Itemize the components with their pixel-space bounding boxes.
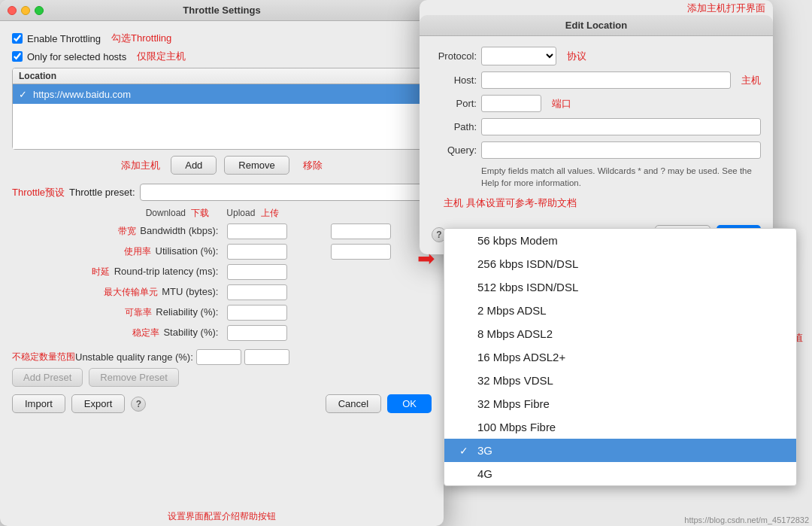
- dropdown-item-label-2: 512 kbps ISDN/DSL: [477, 281, 578, 293]
- host-input[interactable]: [481, 71, 731, 89]
- port-annotation: 端口: [552, 97, 571, 111]
- edit-help-annotation: 主机 具体设置可参考-帮助文档: [444, 197, 577, 208]
- protocol-select[interactable]: http https: [481, 47, 556, 65]
- dropdown-item-label-10: 4G: [477, 467, 492, 480]
- bandwidth-download-input[interactable]: 4096: [227, 223, 287, 239]
- unstable-row: 不稳定数量范围 Unstable quality range (%): 100 …: [12, 349, 432, 365]
- dropdown-item-label-5: 16 Mbps ADSL2+: [477, 351, 565, 363]
- add-remove-buttons-row: 添加主机 Add Remove 移除: [12, 156, 432, 175]
- throttle-preset-input[interactable]: 3G: [140, 184, 432, 201]
- upload-col-header: Upload 上传: [215, 207, 290, 220]
- port-input[interactable]: [481, 95, 541, 112]
- mtu-download-input[interactable]: 576: [227, 284, 287, 300]
- protocol-row: Protocol: http https 协议: [432, 47, 761, 65]
- cancel-button[interactable]: Cancel: [326, 394, 381, 413]
- stability-download-cell: 100: [224, 323, 328, 343]
- latency-download-input[interactable]: 120: [227, 264, 287, 280]
- remove-button[interactable]: Remove: [224, 156, 289, 175]
- dropdown-item-2[interactable]: 512 kbps ISDN/DSL: [444, 275, 796, 299]
- utilisation-download-input[interactable]: 100: [227, 244, 287, 260]
- import-button[interactable]: Import: [12, 394, 65, 413]
- host-label: Host:: [432, 74, 477, 86]
- download-col-header: Download 下载: [140, 207, 215, 220]
- location-section: Location ✓ https://www.baidu.com: [12, 68, 432, 150]
- dropdown-item-1[interactable]: 256 kbps ISDN/DSL: [444, 252, 796, 275]
- location-url: https://www.baidu.com: [33, 89, 131, 100]
- dropdown-item-7[interactable]: 32 Mbps Fibre: [444, 392, 796, 415]
- help-annotation-wrap: 主机 具体设置可参考-帮助文档: [432, 196, 761, 210]
- dropdown-item-0[interactable]: 56 kbps Modem: [444, 229, 796, 252]
- column-headers: Download 下载 Upload 上传: [12, 207, 432, 220]
- edit-location-top-annotation-wrap: 添加主机打开界面: [420, 0, 773, 15]
- mtu-red-label: 最大传输单元: [104, 287, 158, 297]
- query-input[interactable]: [481, 141, 761, 159]
- ok-button[interactable]: OK: [387, 394, 432, 413]
- only-selected-hosts-annotation: 仅限定主机: [137, 50, 186, 63]
- latency-red-label: 时延: [92, 266, 110, 277]
- stability-red-label: 稳定率: [132, 327, 159, 338]
- preset-dropdown: 56 kbps Modem 256 kbps ISDN/DSL 512 kbps…: [444, 228, 797, 486]
- remove-preset-button[interactable]: Remove Preset: [89, 368, 179, 387]
- dropdown-item-label-4: 8 Mbps ADSL2: [477, 327, 553, 340]
- dropdown-item-10[interactable]: 4G: [444, 462, 796, 485]
- bottom-annotation: 设置界面配置介绍帮助按钮: [168, 510, 276, 523]
- add-preset-button[interactable]: Add Preset: [12, 368, 83, 387]
- utilisation-red-label: 使用率: [124, 246, 151, 257]
- red-arrow-icon: ➡: [417, 246, 435, 271]
- maximize-button[interactable]: [35, 6, 44, 15]
- dropdown-item-label-7: 32 Mbps Fibre: [477, 397, 550, 410]
- location-empty-area: [13, 104, 431, 149]
- stability-download-input[interactable]: 100: [227, 325, 287, 341]
- port-label: Port:: [432, 98, 477, 109]
- enable-throttling-label: Enable Throttling: [27, 33, 101, 44]
- reliability-red-label: 可靠率: [125, 307, 152, 318]
- close-button[interactable]: [8, 6, 17, 15]
- location-check-icon: ✓: [19, 89, 27, 100]
- enable-throttling-checkbox[interactable]: [12, 33, 23, 44]
- stability-upload-cell: [328, 323, 432, 343]
- stability-row: 稳定率 Stability (%): 100: [12, 323, 432, 343]
- query-row: Query:: [432, 141, 761, 159]
- settings-table: 带宽 Bandwidth (kbps): 4096 1024 使用率 Utili…: [12, 221, 432, 343]
- dropdown-item-9[interactable]: ✓ 3G: [444, 439, 796, 462]
- throttle-preset-annotation: Throttle预设: [12, 186, 65, 199]
- edit-location-body: Protocol: http https 协议 Host: 主机 Port: 端…: [420, 36, 773, 225]
- export-button[interactable]: Export: [71, 394, 126, 413]
- unstable-val2-input[interactable]: 100: [244, 349, 289, 365]
- help-button[interactable]: ?: [131, 397, 146, 412]
- dropdown-item-label-8: 100 Mbps Fibre: [477, 421, 556, 433]
- path-input[interactable]: [481, 118, 761, 135]
- host-annotation: 主机: [741, 74, 761, 87]
- remove-annotation: 移除: [303, 159, 323, 172]
- bandwidth-download-cell: 4096: [224, 221, 328, 242]
- utilisation-upload-input[interactable]: 100: [331, 244, 391, 260]
- throttle-dialog: Throttle Settings Enable Throttling 勾选Th…: [0, 0, 444, 526]
- reliability-download-cell: 100: [224, 303, 328, 323]
- unstable-label: Unstable quality range (%):: [75, 351, 196, 363]
- reliability-row: 可靠率 Reliability (%): 100: [12, 303, 432, 323]
- add-button[interactable]: Add: [171, 156, 217, 175]
- latency-label-cell: 时延 Round-trip latency (ms):: [12, 262, 224, 282]
- only-selected-hosts-checkbox[interactable]: [12, 51, 23, 62]
- only-selected-hosts-label: Only for selected hosts: [27, 51, 126, 62]
- reliability-download-input[interactable]: 100: [227, 305, 287, 321]
- dropdown-item-5[interactable]: 16 Mbps ADSL2+: [444, 345, 796, 369]
- dropdown-item-label-1: 256 kbps ISDN/DSL: [477, 257, 578, 270]
- host-row: Host: 主机: [432, 71, 761, 89]
- dropdown-item-3[interactable]: 2 Mbps ADSL: [444, 299, 796, 322]
- add-remove-presets-row: Add Preset Remove Preset: [12, 368, 432, 387]
- location-header: Location: [13, 68, 431, 84]
- throttle-preset-label: Throttle preset:: [69, 187, 135, 198]
- dropdown-item-4[interactable]: 8 Mbps ADSL2: [444, 322, 796, 345]
- bandwidth-upload-input[interactable]: 1024: [331, 223, 391, 239]
- dropdown-item-8[interactable]: 100 Mbps Fibre: [444, 415, 796, 439]
- minimize-button[interactable]: [21, 6, 30, 15]
- dropdown-item-6[interactable]: 32 Mbps VDSL: [444, 369, 796, 392]
- dropdown-item-label-3: 2 Mbps ADSL: [477, 304, 547, 317]
- throttle-title-bar: Throttle Settings: [0, 0, 444, 21]
- location-row[interactable]: ✓ https://www.baidu.com: [13, 84, 431, 104]
- unstable-val1-input[interactable]: 100: [196, 349, 241, 365]
- dropdown-item-check-9: ✓: [459, 445, 471, 457]
- edit-location-top-annotation: 添加主机打开界面: [687, 2, 765, 14]
- unstable-annotation: 不稳定数量范围: [12, 351, 75, 363]
